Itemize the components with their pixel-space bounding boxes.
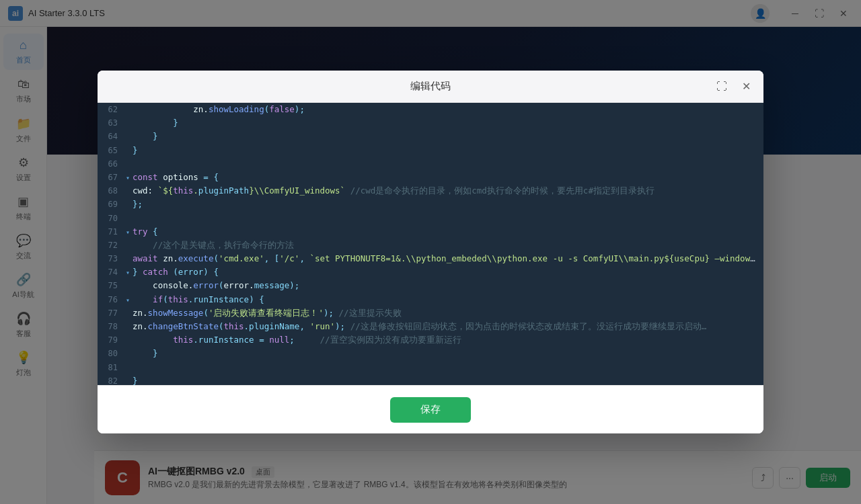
modal-footer: 保存: [98, 385, 763, 433]
modal-header: 编辑代码 ⛶ ✕: [98, 71, 763, 103]
code-line-72: 72 //这个是关键点，执行命令行的方法: [98, 239, 763, 252]
code-line-77: 77 zn.showMessage('启动失败请查看终端日志！'); //这里提…: [98, 306, 763, 320]
modal-header-controls: ⛶ ✕: [712, 77, 755, 96]
modal-close-button[interactable]: ✕: [737, 77, 755, 96]
code-line-71: 71 ▾ try {: [98, 225, 763, 239]
code-line-81: 81: [98, 361, 763, 374]
code-line-70: 70: [98, 212, 763, 225]
code-line-82: 82 }: [98, 374, 763, 385]
code-editor-modal: 编辑代码 ⛶ ✕ 62 zn.showLoading(false); 63 }: [98, 71, 763, 433]
code-line-66: 66: [98, 157, 763, 171]
save-button[interactable]: 保存: [390, 397, 471, 423]
code-line-63: 63 }: [98, 116, 763, 130]
code-line-75: 75 console.error(error.message);: [98, 279, 763, 292]
code-line-80: 80 }: [98, 347, 763, 360]
modal-overlay: 编辑代码 ⛶ ✕ 62 zn.showLoading(false); 63 }: [0, 0, 861, 504]
code-line-68: 68 cwd: `${this.pluginPath}\\ComfyUI_win…: [98, 184, 763, 198]
code-line-76: 76 ▾ if(this.runInstance) {: [98, 293, 763, 306]
code-line-69: 69 };: [98, 198, 763, 211]
modal-title: 编辑代码: [410, 80, 451, 93]
code-line-79: 79 this.runInstance = null; //置空实例因为没有成功…: [98, 333, 763, 347]
code-line-74: 74 ▾ } catch (error) {: [98, 265, 763, 279]
code-line-65: 65 }: [98, 144, 763, 157]
code-line-64: 64 }: [98, 130, 763, 143]
code-line-67: 67 ▾ const options = {: [98, 171, 763, 184]
modal-expand-button[interactable]: ⛶: [712, 77, 731, 96]
code-line-78: 78 zn.changeBtnState(this.pluginName, 'r…: [98, 320, 763, 333]
code-editor[interactable]: 62 zn.showLoading(false); 63 } 64 }: [98, 103, 763, 385]
code-line-73: 73 await zn.execute('cmd.exe', ['/c', `s…: [98, 252, 763, 265]
code-line-62: 62 zn.showLoading(false);: [98, 103, 763, 116]
